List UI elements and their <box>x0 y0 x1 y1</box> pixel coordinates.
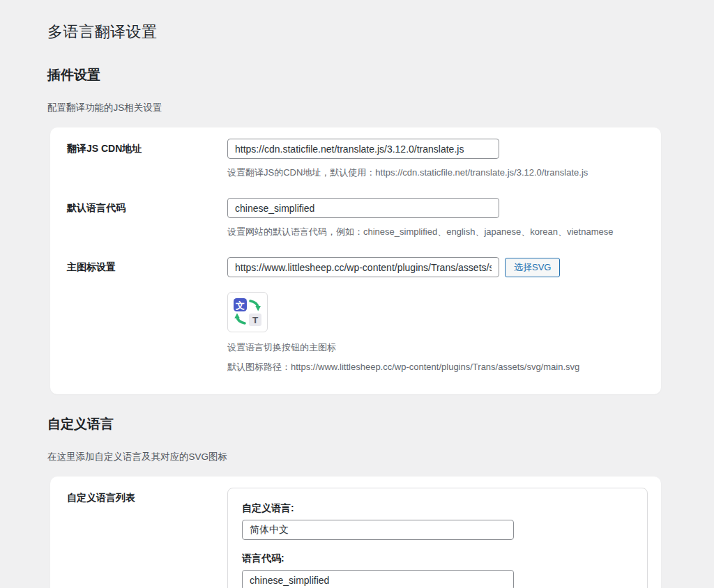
custom-language-card: 自定义语言列表 自定义语言: 语言代码: 请输入translate.js支持的语… <box>50 477 661 588</box>
custom-language-description: 在这里添加自定义语言及其对应的SVG图标 <box>47 451 714 463</box>
plugin-settings-heading: 插件设置 <box>47 66 714 84</box>
settings-page: 多语言翻译设置 插件设置 配置翻译功能的JS相关设置 翻译JS CDN地址 设置… <box>0 0 714 588</box>
main-icon-help: 设置语言切换按钮的主图标 <box>227 341 644 354</box>
plugin-settings-description: 配置翻译功能的JS相关设置 <box>47 102 714 114</box>
language-code-input[interactable] <box>242 570 514 588</box>
custom-language-list-label: 自定义语言列表 <box>67 488 227 504</box>
cdn-url-input[interactable] <box>227 139 499 159</box>
language-code-label: 语言代码: <box>242 552 633 565</box>
main-icon-preview: 文 T <box>227 292 268 332</box>
custom-language-heading: 自定义语言 <box>47 415 714 433</box>
translate-swap-icon: 文 T <box>232 297 263 327</box>
svg-text:T: T <box>252 315 259 325</box>
main-icon-row: 主图标设置 选择SVG 文 T <box>67 257 644 373</box>
page-title: 多语言翻译设置 <box>47 22 714 42</box>
svg-text:文: 文 <box>235 300 245 311</box>
custom-language-name-input[interactable] <box>242 520 514 540</box>
default-language-label: 默认语言代码 <box>67 198 227 215</box>
custom-language-item: 自定义语言: 语言代码: 请输入translate.js支持的语言代码 <box>227 488 648 588</box>
cdn-url-help: 设置翻译JS的CDN地址，默认使用：https://cdn.staticfile… <box>227 167 644 179</box>
default-language-row: 默认语言代码 设置网站的默认语言代码，例如：chinese_simplified… <box>67 198 644 238</box>
plugin-settings-card: 翻译JS CDN地址 设置翻译JS的CDN地址，默认使用：https://cdn… <box>50 127 661 394</box>
custom-language-list-row: 自定义语言列表 自定义语言: 语言代码: 请输入translate.js支持的语… <box>67 488 644 588</box>
main-icon-label: 主图标设置 <box>67 257 227 274</box>
default-language-help: 设置网站的默认语言代码，例如：chinese_simplified、englis… <box>227 226 644 238</box>
cdn-url-label: 翻译JS CDN地址 <box>67 139 227 155</box>
main-icon-url-input[interactable] <box>227 257 499 277</box>
custom-language-name-label: 自定义语言: <box>242 502 633 515</box>
choose-svg-button[interactable]: 选择SVG <box>505 258 560 277</box>
default-language-input[interactable] <box>227 198 499 218</box>
cdn-url-row: 翻译JS CDN地址 设置翻译JS的CDN地址，默认使用：https://cdn… <box>67 139 644 179</box>
main-icon-default-path: 默认图标路径：https://www.littlesheep.cc/wp-con… <box>227 361 644 373</box>
